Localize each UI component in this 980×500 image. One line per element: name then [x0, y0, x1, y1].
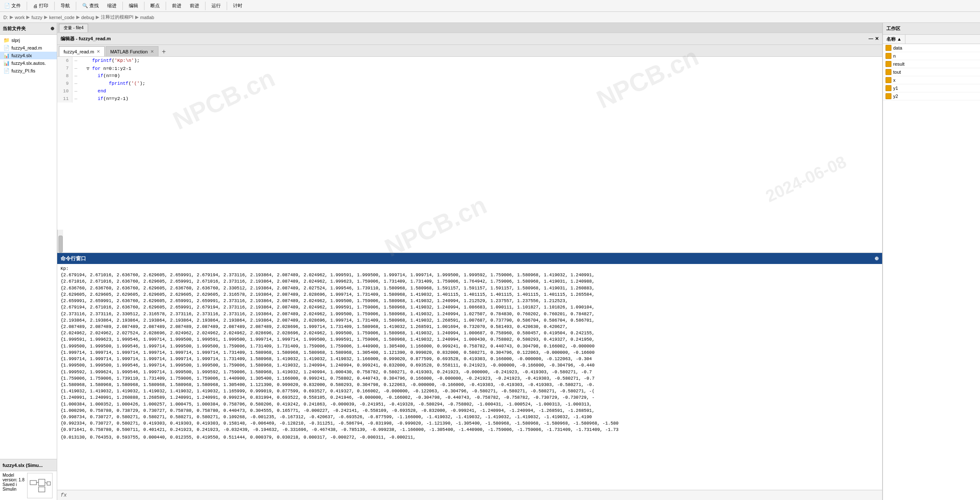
svg-rect-0 [30, 481, 36, 485]
path-item-6[interactable]: matlab [140, 15, 154, 20]
cmd-row: {1.999500, 1.999500, 1.999546, 1.999714,… [61, 362, 866, 369]
workspace-item-x[interactable]: x [883, 76, 980, 84]
variable-tab-row: 变量 - file4 [57, 23, 882, 33]
fis-file-icon: 📄 [3, 68, 10, 74]
editor-tabs-row: fuzzy4_read.m ✕ MATLAB Function ✕ + [57, 45, 882, 57]
close-editor-icon[interactable]: ✕ [875, 36, 879, 42]
cmd-row: {1.580968, 1.580968, 1.580968, 1.580968,… [61, 382, 866, 388]
cmd-row: {2.671016, 2.671016, 2.636760, 2.629605,… [61, 278, 866, 285]
cmd-rows: {2.679194, 2.671016, 2.636760, 2.629605,… [61, 272, 879, 433]
variable-tab[interactable]: 变量 - file4 [59, 24, 88, 32]
tab-matlab-function[interactable]: MATLAB Function ✕ [105, 46, 158, 56]
print-icon: 🖨 [33, 3, 38, 8]
scrollbar-thumb[interactable] [58, 236, 63, 253]
workspace-header: 工作区 [883, 23, 980, 35]
path-item-5[interactable]: 注释过的模糊PI [101, 14, 133, 20]
code-line-7: 7 — ▽ for n=0:1:y2-1 [57, 64, 882, 72]
workspace-label-result: result [893, 61, 905, 67]
workspace-col-name: 名称 ▲ [883, 35, 905, 44]
cmd-last-line: {0.013130, 0.764353, 0.593755, 0.000440,… [61, 434, 879, 441]
file-item-slprj[interactable]: 📁 slprj [0, 36, 57, 44]
workspace-cols: 名称 ▲ [883, 35, 980, 44]
minimize-icon[interactable]: — [869, 36, 873, 42]
cmd-row: {0.998734, 0.730727, 0.580271, 0.580271,… [61, 414, 866, 420]
cmd-row: {1.000296, 0.758780, 0.738729, 0.730727,… [61, 408, 866, 414]
path-bar: D: ▶ work ▶ fuzzy ▶ kernel_code ▶ debug … [0, 12, 980, 23]
tab-fuzzy4read[interactable]: fuzzy4_read.m ✕ [59, 46, 105, 56]
code-line-9: 9 — fprintf('('); [57, 80, 882, 87]
cmd-row: {2.024962, 2.024962, 2.027524, 2.028696,… [61, 330, 866, 336]
toolbar: 📄 文件 🖨 打印 导航 🔍 查找 缩进 编辑 断点 前进 前进 运行 计时 [0, 0, 980, 12]
cmd-panel: 命令行窗口 ⊕ Kp: {2.679194, 2.671016, 2.63676… [57, 253, 882, 490]
editor-title-bar: 编辑器 - fuzzy4_read.m — ✕ [57, 33, 882, 45]
tab-close-0[interactable]: ✕ [97, 49, 100, 54]
toolbar-forward-btn[interactable]: 前进 [169, 2, 184, 10]
cmd-row: {1.000384, 1.000352, 1.000426, 1.000257,… [61, 401, 866, 408]
svg-line-4 [36, 482, 39, 483]
toolbar-print-btn[interactable]: 🖨 打印 [31, 2, 51, 10]
toolbar-file-btn[interactable]: 📄 文件 [2, 2, 23, 10]
workspace-item-n[interactable]: n [883, 52, 980, 60]
cmd-row: {1.999714, 1.999714, 1.999714, 1.999714,… [61, 356, 866, 362]
file-item-fuzzy4slx[interactable]: 📊 fuzzy4.slx [0, 52, 57, 59]
toolbar-indent-btn[interactable]: 缩进 [105, 2, 119, 10]
workspace-label-y1: y1 [893, 86, 898, 91]
add-tab-button[interactable]: + [159, 47, 169, 56]
workspace-icon-tout [886, 69, 891, 75]
path-item-0[interactable]: D: [3, 15, 8, 20]
code-area: 6 — fprintf('Kp:\n'); 7 — ▽ for n=0:1:y2… [57, 57, 882, 253]
workspace-icon-y2 [886, 93, 891, 99]
workspace-item-result[interactable]: result [883, 60, 980, 68]
slx-auto-icon: 📊 [3, 60, 10, 66]
tab-close-1[interactable]: ✕ [150, 49, 154, 54]
cmd-row: {2.629605, 2.629605, 2.629605, 2.629605,… [61, 292, 866, 298]
expand-icon[interactable]: ⊕ [50, 26, 54, 31]
path-item-3[interactable]: kernel_code [49, 15, 75, 20]
main-layout: 当前文件夹 ⊕ 📁 slprj 📄 fuzzy4_read.m 📊 fuzzy4… [0, 23, 980, 500]
cmd-kp-label: Kp: [61, 266, 879, 272]
cmd-row: {0.992334, 0.730727, 0.580271, 0.419303,… [61, 420, 866, 427]
toolbar-breakpoint-btn[interactable]: 断点 [148, 2, 162, 10]
workspace-label-x: x [893, 78, 896, 83]
cmd-row: {1.999500, 1.999500, 1.999546, 1.999714,… [61, 343, 866, 350]
svg-line-5 [45, 482, 47, 483]
path-item-1[interactable]: work [15, 15, 25, 20]
cmd-row: {0.971641, 0.758780, 0.590711, 0.401421,… [61, 427, 866, 433]
file-item-fuzzyfis[interactable]: 📄 fuzzy_PI.fis [0, 67, 57, 75]
path-item-4[interactable]: debug [81, 15, 94, 20]
toolbar-run-btn[interactable]: 运行 [209, 2, 223, 10]
toolbar-edit-btn[interactable]: 编辑 [126, 2, 141, 10]
workspace-icon-data [886, 45, 891, 51]
workspace-item-y2[interactable]: y2 [883, 92, 980, 100]
editor-scrollbar[interactable] [57, 230, 63, 253]
toolbar-sep-6 [166, 2, 166, 10]
find-icon: 🔍 [82, 3, 88, 8]
toolbar-nav-btn[interactable]: 导航 [58, 2, 72, 10]
cmd-row: {2.659991, 2.659991, 2.636760, 2.629605,… [61, 298, 866, 304]
toolbar-sep-8 [227, 2, 227, 10]
file-item-fuzzy4auto[interactable]: 📊 fuzzy4.slx.autos. [0, 59, 57, 67]
folder-icon: 📁 [3, 37, 10, 43]
file-browser-header: 当前文件夹 ⊕ [0, 23, 57, 35]
workspace-item-data[interactable]: data [883, 44, 980, 52]
code-line-11: 11 — if(n==y2-1) [57, 95, 882, 103]
toolbar-forward2-btn[interactable]: 前进 [187, 2, 202, 10]
workspace-label-y2: y2 [893, 94, 898, 99]
svg-rect-2 [39, 487, 45, 492]
workspace-item-y1[interactable]: y1 [883, 84, 980, 92]
workspace-icon-x [886, 77, 891, 83]
cmd-row: {1.999714, 1.999714, 1.999714, 1.999714,… [61, 350, 866, 356]
workspace-item-tout[interactable]: tout [883, 68, 980, 76]
model-panel-header: fuzzy4.slx (Simu... [0, 459, 57, 471]
cmd-row: {1.419032, 1.419032, 1.419032, 1.419032,… [61, 388, 866, 394]
code-line-6: 6 — fprintf('Kp:\n'); [57, 57, 882, 64]
toolbar-sep-1 [27, 2, 27, 10]
file-item-fuzzy4read[interactable]: 📄 fuzzy4_read.m [0, 44, 57, 52]
toolbar-timer-btn[interactable]: 计时 [230, 2, 245, 10]
path-item-2[interactable]: fuzzy [31, 15, 42, 20]
cmd-body[interactable]: Kp: {2.679194, 2.671016, 2.636760, 2.629… [57, 264, 882, 490]
cmd-expand-icon[interactable]: ⊕ [875, 256, 879, 261]
editor-panel: 变量 - file4 编辑器 - fuzzy4_read.m — ✕ fuzzy… [57, 23, 883, 500]
toolbar-find-btn[interactable]: 🔍 查找 [80, 2, 101, 10]
workspace-items-list: datanresulttoutxy1y2 [883, 44, 980, 100]
